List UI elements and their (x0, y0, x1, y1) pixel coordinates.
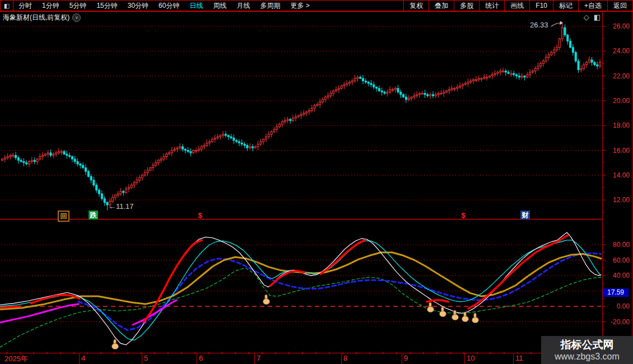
indicator-axis-label: 80.00 (601, 241, 630, 249)
indicator-line-red-seg-4 (271, 271, 304, 286)
indicator-line-green-dots-on-orange (0, 253, 601, 310)
indicator-line-red-seg-3 (143, 240, 202, 323)
buy-signal-hand-icon (112, 339, 119, 349)
price-axis-label: 14.00 (604, 171, 630, 179)
indicator-line-red-seg-6 (427, 300, 448, 302)
watermark-title: 指标公式网 (561, 338, 614, 351)
time-axis-label: 5 (144, 354, 148, 362)
time-axis-label: 9 (404, 354, 408, 362)
event-label[interactable]: $ (197, 211, 203, 220)
time-axis-label: 7 (257, 354, 260, 362)
indicator-line-red-seg-5 (320, 240, 365, 274)
time-axis-label: 4 (81, 354, 85, 362)
high-annotation: 26.33 (530, 21, 548, 29)
buy-signal-hand-icon (427, 302, 434, 312)
buy-signal-hand-icon (263, 295, 270, 305)
time-axis-label: 6 (199, 354, 203, 362)
watermark: 指标公式网 www.zbgs3.com (541, 336, 633, 364)
price-axis-label: 16.00 (604, 147, 630, 155)
event-label[interactable]: 回 (58, 211, 69, 222)
event-label[interactable]: 财 (520, 211, 530, 220)
price-axis-label: 22.00 (604, 72, 630, 80)
price-axis-label: 18.00 (604, 122, 630, 129)
time-axis-label: 10 (467, 354, 474, 362)
indicator-axis-label: 0.00 (601, 302, 630, 310)
indicator-axis-label: 60.00 (601, 256, 630, 264)
low-annotation: ←11.17 (109, 202, 134, 211)
price-axis-label: 12.00 (604, 196, 630, 204)
price-axis-label: 26.00 (604, 22, 630, 30)
time-axis-label: 11 (515, 354, 523, 362)
event-label[interactable]: 跌 (89, 211, 98, 220)
buy-signal-hand-icon (472, 313, 479, 323)
event-label[interactable]: $ (460, 211, 466, 220)
buy-signal-hand-icon (452, 310, 459, 320)
time-axis-label: 2025年 (4, 354, 28, 364)
price-axis-label: 20.00 (604, 97, 630, 105)
price-axis-label: 24.00 (604, 47, 630, 55)
indicator-axis-label: 40.00 (601, 272, 630, 279)
indicator-line-orange-ma (0, 253, 601, 310)
watermark-url: www.zbgs3.com (555, 351, 620, 362)
buy-signal-hand-icon (440, 307, 446, 317)
time-axis-label: 8 (343, 354, 347, 362)
indicator-line-blue-ma-dashed (78, 253, 601, 330)
chart-canvas[interactable] (0, 0, 633, 364)
indicator-line-red-seg-7 (468, 236, 567, 309)
indicator-axis-label: -20.00 (601, 318, 630, 326)
indicator-line-green-slow-dashed (0, 268, 601, 347)
indicator-last-value-badge: 17.59 (603, 288, 629, 297)
